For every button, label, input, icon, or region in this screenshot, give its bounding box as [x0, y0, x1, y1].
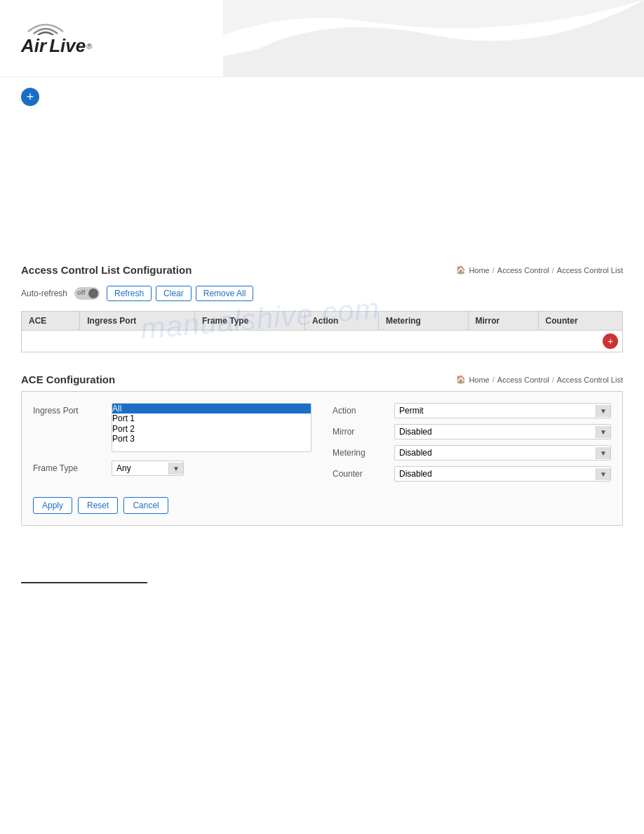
reset-button[interactable]: Reset — [78, 497, 118, 514]
wifi-waves-icon — [21, 14, 70, 35]
mirror-select[interactable]: Disabled Enabled — [395, 425, 596, 439]
frame-type-label: Frame Type — [33, 461, 103, 473]
acl-section-header: Access Control List Configuration 🏠 Home… — [21, 264, 623, 276]
form-buttons: Apply Reset Cancel — [33, 491, 611, 514]
counter-label: Counter — [333, 469, 389, 479]
spacer — [0, 110, 644, 264]
ace-section: ACE Configuration 🏠 Home / Access Contro… — [21, 373, 623, 526]
logo: Air Live ® — [21, 14, 92, 57]
ace-breadcrumb: 🏠 Home / Access Control / Access Control… — [456, 375, 623, 384]
acl-breadcrumb-sep1: / — [492, 266, 495, 274]
counter-row: Counter Disabled Enabled ▼ — [333, 466, 611, 482]
action-select[interactable]: Permit Deny — [395, 404, 596, 418]
ace-config-box: Ingress Port All Port 1 Port 2 Port 3 — [21, 391, 623, 526]
table-add-cell: + — [22, 331, 623, 352]
frame-type-select-wrap: Any Ethernet ARP IPv4 IPv6 ▼ — [112, 461, 184, 476]
action-label: Action — [333, 406, 389, 416]
action-row: Action Permit Deny ▼ — [333, 403, 611, 418]
acl-breadcrumb-sep2: / — [552, 266, 554, 274]
main-content: Access Control List Configuration 🏠 Home… — [0, 264, 644, 568]
refresh-button[interactable]: Refresh — [107, 286, 152, 301]
add-button-area: + — [0, 77, 644, 110]
counter-select-wrap: Disabled Enabled ▼ — [394, 466, 611, 482]
ace-breadcrumb-home: Home — [469, 376, 489, 384]
mirror-arrow-btn[interactable]: ▼ — [596, 426, 610, 438]
frame-type-value: Any Ethernet ARP IPv4 IPv6 ▼ — [112, 461, 311, 476]
ace-breadcrumb-list: Access Control List — [557, 376, 623, 384]
ingress-port-select[interactable]: All Port 1 Port 2 Port 3 — [112, 403, 311, 452]
mirror-row: Mirror Disabled Enabled ▼ — [333, 424, 611, 439]
col-ace: ACE — [22, 312, 80, 331]
ace-breadcrumb-sep2: / — [552, 376, 554, 384]
port-option-1: Port 1 — [112, 413, 311, 423]
logo-live-text: Live — [49, 35, 86, 57]
apply-button[interactable]: Apply — [33, 497, 72, 514]
breadcrumb-home-icon: 🏠 — [456, 265, 466, 274]
acl-breadcrumb-list: Access Control List — [557, 266, 623, 274]
metering-arrow-btn[interactable]: ▼ — [596, 447, 610, 459]
toggle-knob — [88, 289, 98, 298]
left-config-col: Ingress Port All Port 1 Port 2 Port 3 — [33, 403, 311, 482]
port-option-2: Port 2 — [112, 424, 311, 434]
cancel-button[interactable]: Cancel — [123, 497, 168, 514]
ace-breadcrumb-home-icon: 🏠 — [456, 375, 466, 384]
port-option-3: Port 3 — [112, 434, 311, 444]
ingress-port-value: All Port 1 Port 2 Port 3 — [112, 403, 311, 452]
logo-registered-text: ® — [86, 42, 92, 51]
acl-table: ACE Ingress Port Frame Type Action Meter… — [21, 311, 623, 352]
col-ingress-port: Ingress Port — [80, 312, 195, 331]
ingress-port-row: Ingress Port All Port 1 Port 2 Port 3 — [33, 403, 311, 452]
col-frame-type: Frame Type — [194, 312, 304, 331]
metering-label: Metering — [333, 448, 389, 458]
auto-refresh-label: Auto-refresh — [21, 289, 67, 298]
remove-all-button[interactable]: Remove All — [196, 286, 254, 301]
acl-section-title: Access Control List Configuration — [21, 264, 192, 276]
counter-arrow-btn[interactable]: ▼ — [596, 468, 610, 480]
divider-line — [21, 582, 147, 583]
header: Air Live ® — [0, 0, 644, 77]
header-decoration — [223, 0, 644, 77]
ace-section-header: ACE Configuration 🏠 Home / Access Contro… — [21, 373, 623, 385]
metering-row: Metering Disabled Enabled ▼ — [333, 445, 611, 461]
right-config-col: Action Permit Deny ▼ Mirror — [333, 403, 611, 482]
table-add-row: + — [22, 331, 623, 352]
ace-breadcrumb-access-control: Access Control — [497, 376, 549, 384]
col-action: Action — [305, 312, 379, 331]
frame-type-select[interactable]: Any Ethernet ARP IPv4 IPv6 — [112, 461, 168, 475]
acl-breadcrumb-access-control: Access Control — [497, 266, 549, 274]
add-button[interactable]: + — [21, 88, 39, 106]
mirror-select-wrap: Disabled Enabled ▼ — [394, 424, 611, 439]
col-counter: Counter — [538, 312, 622, 331]
ingress-port-label: Ingress Port — [33, 403, 103, 416]
col-metering: Metering — [378, 312, 468, 331]
metering-select[interactable]: Disabled Enabled — [395, 446, 596, 460]
acl-toolbar: Auto-refresh off Refresh Clear Remove Al… — [21, 282, 623, 305]
action-arrow-btn[interactable]: ▼ — [596, 405, 610, 417]
clear-button[interactable]: Clear — [156, 286, 192, 301]
toggle-off-text: off — [77, 289, 86, 296]
port-option-all: All — [112, 404, 311, 413]
action-select-wrap: Permit Deny ▼ — [394, 403, 611, 418]
metering-select-wrap: Disabled Enabled ▼ — [394, 445, 611, 461]
frame-type-arrow-btn[interactable]: ▼ — [168, 463, 183, 475]
ace-breadcrumb-sep1: / — [492, 376, 495, 384]
ace-section-title: ACE Configuration — [21, 373, 115, 385]
table-header-row: ACE Ingress Port Frame Type Action Meter… — [22, 312, 623, 331]
col-mirror: Mirror — [468, 312, 538, 331]
acl-section: Access Control List Configuration 🏠 Home… — [21, 264, 623, 352]
ace-config-grid: Ingress Port All Port 1 Port 2 Port 3 — [33, 403, 611, 482]
frame-type-row: Frame Type Any Ethernet ARP IPv4 IPv6 — [33, 461, 311, 476]
acl-breadcrumb-home: Home — [469, 266, 489, 274]
acl-breadcrumb: 🏠 Home / Access Control / Access Control… — [456, 265, 623, 274]
add-ace-button[interactable]: + — [603, 333, 618, 349]
counter-select[interactable]: Disabled Enabled — [395, 467, 596, 481]
mirror-label: Mirror — [333, 427, 389, 437]
logo-air-text: Air — [21, 35, 46, 57]
auto-refresh-toggle[interactable]: off — [74, 287, 100, 300]
